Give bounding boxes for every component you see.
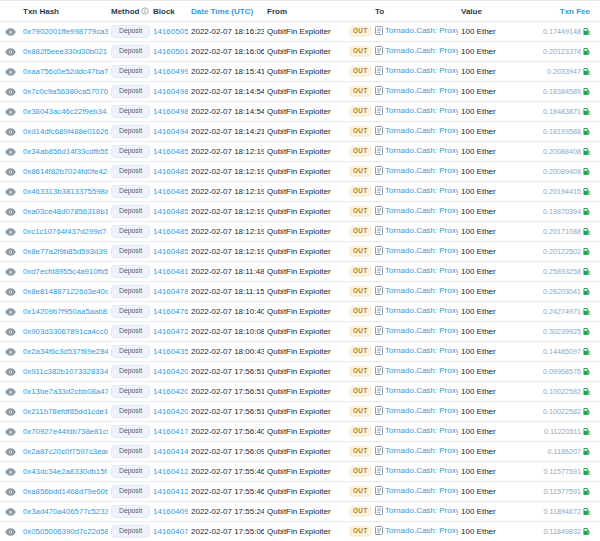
block-link[interactable]: 14160417 bbox=[153, 427, 188, 436]
txn-hash-link[interactable]: 0xa03ce48d07856318b1... bbox=[23, 207, 108, 216]
preview-eye-button[interactable] bbox=[3, 486, 18, 498]
block-link[interactable]: 14160485 bbox=[153, 227, 188, 236]
block-link[interactable]: 14160494 bbox=[153, 127, 188, 136]
to-address-link[interactable]: Tornado.Cash: Proxy bbox=[385, 446, 458, 455]
to-address-link[interactable]: Tornado.Cash: Proxy bbox=[385, 166, 458, 175]
to-address-link[interactable]: Tornado.Cash: Proxy bbox=[385, 366, 458, 375]
txn-hash-link[interactable]: 0x43dc34e2a8330db15f... bbox=[23, 467, 108, 476]
to-address-link[interactable]: Tornado.Cash: Proxy bbox=[385, 66, 458, 75]
preview-eye-button[interactable] bbox=[3, 386, 18, 398]
to-address-link[interactable]: Tornado.Cash: Proxy bbox=[385, 186, 458, 195]
header-date-time-sort[interactable]: Date Time (UTC) bbox=[188, 7, 264, 16]
preview-eye-button[interactable] bbox=[3, 146, 18, 158]
method-info-icon[interactable] bbox=[141, 7, 149, 15]
preview-eye-button[interactable] bbox=[3, 226, 18, 238]
block-link[interactable]: 14160498 bbox=[153, 87, 188, 96]
txn-hash-link[interactable]: 0x34ab856d14f33cdfb55... bbox=[23, 147, 108, 156]
txn-hash-link[interactable]: 0xa856bdd1468d79e60b... bbox=[23, 487, 108, 496]
to-address-link[interactable]: Tornado.Cash: Proxy bbox=[385, 506, 458, 515]
preview-eye-button[interactable] bbox=[3, 466, 18, 478]
block-link[interactable]: 14160476 bbox=[153, 307, 188, 316]
block-link[interactable]: 14160414 bbox=[153, 447, 188, 456]
preview-eye-button[interactable] bbox=[3, 306, 18, 318]
to-address-link[interactable]: Tornado.Cash: Proxy bbox=[385, 246, 458, 255]
block-link[interactable]: 14160485 bbox=[153, 187, 188, 196]
block-link[interactable]: 14160499 bbox=[153, 67, 188, 76]
txn-hash-link[interactable]: 0xaa756c0e52ddc47ba79... bbox=[23, 67, 108, 76]
txn-hash-link[interactable]: 0x911c382b1073328334... bbox=[23, 367, 108, 376]
to-address-link[interactable]: Tornado.Cash: Proxy bbox=[385, 306, 458, 315]
txn-hash-link[interactable]: 0x2a87c20c0f7597c3ead... bbox=[23, 447, 108, 456]
block-link[interactable]: 14160485 bbox=[153, 147, 188, 156]
preview-eye-button[interactable] bbox=[3, 86, 18, 98]
block-link[interactable]: 14160412 bbox=[153, 467, 188, 476]
preview-eye-button[interactable] bbox=[3, 166, 18, 178]
preview-eye-button[interactable] bbox=[3, 406, 18, 418]
preview-eye-button[interactable] bbox=[3, 366, 18, 378]
to-address-link[interactable]: Tornado.Cash: Proxy bbox=[385, 466, 458, 475]
txn-hash-link[interactable]: 0x3ad470a406577c5233... bbox=[23, 507, 108, 516]
to-address-link[interactable]: Tornado.Cash: Proxy bbox=[385, 286, 458, 295]
header-txn-fee-toggle[interactable]: Txn Fee bbox=[516, 7, 600, 16]
preview-eye-button[interactable] bbox=[3, 506, 18, 518]
txn-hash-link[interactable]: 0x14209b7f950aa5aab8... bbox=[23, 307, 108, 316]
preview-eye-button[interactable] bbox=[3, 26, 18, 38]
to-address-link[interactable]: Tornado.Cash: Proxy bbox=[385, 406, 458, 415]
block-link[interactable]: 14160505 bbox=[153, 27, 188, 36]
block-link[interactable]: 14160409 bbox=[153, 507, 188, 516]
to-address-link[interactable]: Tornado.Cash: Proxy bbox=[385, 46, 458, 55]
block-link[interactable]: 14160420 bbox=[153, 407, 188, 416]
to-address-link[interactable]: Tornado.Cash: Proxy bbox=[385, 386, 458, 395]
block-link[interactable]: 14160498 bbox=[153, 107, 188, 116]
txn-hash-link[interactable]: 0x8e77a2f9b85d593d39... bbox=[23, 247, 108, 256]
preview-eye-button[interactable] bbox=[3, 106, 18, 118]
block-link[interactable]: 14160472 bbox=[153, 327, 188, 336]
preview-eye-button[interactable] bbox=[3, 246, 18, 258]
preview-eye-button[interactable] bbox=[3, 206, 18, 218]
txn-hash-link[interactable]: 0x36043ac46c22f9eb34... bbox=[23, 107, 108, 116]
txn-hash-link[interactable]: 0x211b78efdf85dd1cde1... bbox=[23, 407, 108, 416]
preview-eye-button[interactable] bbox=[3, 346, 18, 358]
to-address-link[interactable]: Tornado.Cash: Proxy bbox=[385, 526, 458, 535]
preview-eye-button[interactable] bbox=[3, 186, 18, 198]
block-link[interactable]: 14160478 bbox=[153, 287, 188, 296]
to-address-link[interactable]: Tornado.Cash: Proxy bbox=[385, 326, 458, 335]
block-link[interactable]: 14160481 bbox=[153, 267, 188, 276]
preview-eye-button[interactable] bbox=[3, 266, 18, 278]
block-link[interactable]: 14160501 bbox=[153, 47, 188, 56]
block-link[interactable]: 14160435 bbox=[153, 347, 188, 356]
txn-hash-link[interactable]: 0x7902001ffe998779ca3... bbox=[23, 27, 108, 36]
to-address-link[interactable]: Tornado.Cash: Proxy bbox=[385, 126, 458, 135]
txn-hash-link[interactable]: 0x2a34f6c3d537f89e284... bbox=[23, 347, 108, 356]
txn-hash-link[interactable]: 0x903d33067891ca4cc0... bbox=[23, 327, 108, 336]
block-link[interactable]: 14160485 bbox=[153, 167, 188, 176]
preview-eye-button[interactable] bbox=[3, 46, 18, 58]
txn-hash-link[interactable]: 0x8e8148871226d3e40d7... bbox=[23, 287, 108, 296]
preview-eye-button[interactable] bbox=[3, 286, 18, 298]
to-address-link[interactable]: Tornado.Cash: Proxy bbox=[385, 26, 458, 35]
txn-hash-link[interactable]: 0xd14dfc689f488e01626... bbox=[23, 127, 108, 136]
to-address-link[interactable]: Tornado.Cash: Proxy bbox=[385, 226, 458, 235]
txn-hash-link[interactable]: 0xc1c10764f437d299d7... bbox=[23, 227, 108, 236]
preview-eye-button[interactable] bbox=[3, 326, 18, 338]
preview-eye-button[interactable] bbox=[3, 526, 18, 538]
preview-eye-button[interactable] bbox=[3, 426, 18, 438]
block-link[interactable]: 14160485 bbox=[153, 207, 188, 216]
txn-hash-link[interactable]: 0x7c0c9a56380ca57070... bbox=[23, 87, 108, 96]
txn-hash-link[interactable]: 0x8614f82b7024fd0fe42... bbox=[23, 167, 108, 176]
to-address-link[interactable]: Tornado.Cash: Proxy bbox=[385, 106, 458, 115]
txn-hash-link[interactable]: 0x70927e44fdb738e81cf... bbox=[23, 427, 108, 436]
block-link[interactable]: 14160485 bbox=[153, 247, 188, 256]
preview-eye-button[interactable] bbox=[3, 126, 18, 138]
txn-hash-link[interactable]: 0x882f5eee330d30b021... bbox=[23, 47, 108, 56]
txn-hash-link[interactable]: 0x0505006390d7c22d58... bbox=[23, 527, 108, 536]
txn-hash-link[interactable]: 0x463313b3813375598a... bbox=[23, 187, 108, 196]
block-link[interactable]: 14160420 bbox=[153, 387, 188, 396]
preview-eye-button[interactable] bbox=[3, 66, 18, 78]
to-address-link[interactable]: Tornado.Cash: Proxy bbox=[385, 146, 458, 155]
to-address-link[interactable]: Tornado.Cash: Proxy bbox=[385, 206, 458, 215]
to-address-link[interactable]: Tornado.Cash: Proxy bbox=[385, 346, 458, 355]
block-link[interactable]: 14160420 bbox=[153, 367, 188, 376]
to-address-link[interactable]: Tornado.Cash: Proxy bbox=[385, 486, 458, 495]
to-address-link[interactable]: Tornado.Cash: Proxy bbox=[385, 86, 458, 95]
